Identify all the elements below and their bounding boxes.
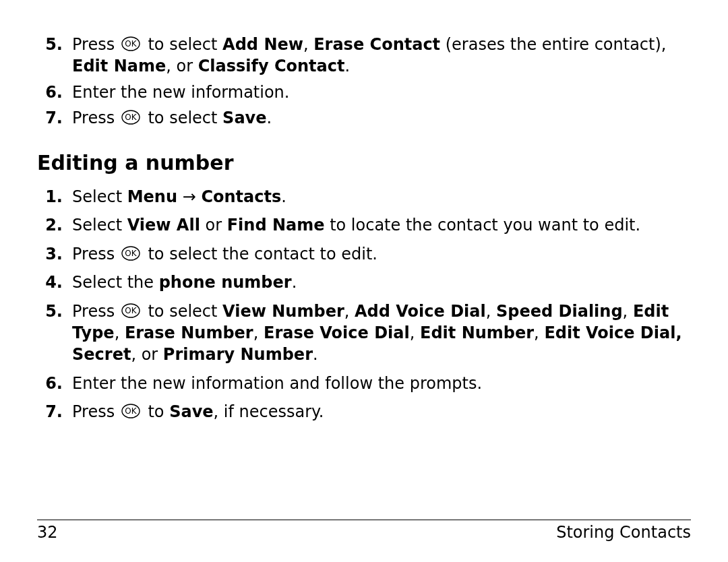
bold-text: Save: [169, 402, 213, 421]
ok-icon: OK: [121, 303, 140, 318]
step-text: Press OK to select View Number, Add Voic…: [72, 301, 691, 366]
step-item: 7.Press OK to select Save.: [37, 107, 691, 129]
step-item: 7.Press OK to Save, if necessary.: [37, 401, 691, 423]
bold-text: View Number: [222, 302, 344, 321]
bold-text: Erase Contact: [313, 35, 440, 54]
step-item: 6.Enter the new information and follow t…: [37, 373, 691, 394]
bold-text: Erase Voice Dial: [264, 323, 410, 342]
step-text: Select the phone number.: [72, 272, 691, 293]
svg-text:OK: OK: [125, 249, 137, 258]
ok-icon: OK: [121, 36, 140, 51]
step-number: 2.: [37, 214, 72, 236]
step-number: 1.: [37, 186, 72, 208]
page: 5.Press OK to select Add New, Erase Cont…: [0, 0, 728, 562]
step-text: Press OK to select the contact to edit.: [72, 243, 691, 265]
step-text: Press OK to select Add New, Erase Contac…: [72, 34, 691, 77]
step-text: Enter the new information and follow the…: [72, 373, 691, 394]
step-number: 5.: [37, 34, 72, 55]
svg-text:OK: OK: [125, 406, 137, 416]
step-item: 2.Select View All or Find Name to locate…: [37, 214, 691, 236]
svg-text:OK: OK: [125, 39, 137, 49]
bold-text: phone number: [159, 273, 292, 292]
bold-text: Find Name: [227, 216, 325, 235]
step-number: 7.: [37, 107, 72, 129]
step-item: 6.Enter the new information.: [37, 82, 691, 103]
bold-text: View All: [127, 216, 200, 235]
bold-text: Classify Contact: [198, 57, 345, 75]
bold-text: Menu: [127, 187, 177, 206]
section-heading: Editing a number: [37, 150, 691, 177]
bold-text: Speed Dialing: [496, 302, 623, 321]
bold-text: Contacts: [201, 187, 281, 206]
steps-continued: 5.Press OK to select Add New, Erase Cont…: [37, 34, 691, 129]
ok-icon: OK: [121, 110, 140, 125]
step-number: 6.: [37, 373, 72, 394]
svg-text:OK: OK: [125, 113, 137, 122]
ok-icon: OK: [121, 404, 140, 418]
ok-icon: OK: [121, 246, 140, 261]
step-item: 4.Select the phone number.: [37, 272, 691, 293]
step-text: Select View All or Find Name to locate t…: [72, 214, 691, 236]
bold-text: Erase Number: [125, 323, 253, 342]
bold-text: Edit Number: [420, 323, 534, 342]
bold-text: Edit Name: [72, 57, 166, 75]
step-text: Press OK to Save, if necessary.: [72, 401, 691, 423]
step-item: 5.Press OK to select Add New, Erase Cont…: [37, 34, 691, 77]
footer-section-title: Storing Contacts: [556, 523, 691, 542]
bold-text: Add Voice Dial: [355, 302, 486, 321]
step-number: 5.: [37, 301, 72, 322]
step-item: 5.Press OK to select View Number, Add Vo…: [37, 301, 691, 366]
bold-text: Save: [222, 108, 266, 127]
steps-editing-a-number: 1.Select Menu → Contacts.2.Select View A…: [37, 186, 691, 423]
step-text: Press OK to select Save.: [72, 107, 691, 129]
step-item: 1.Select Menu → Contacts.: [37, 186, 691, 208]
page-footer: 32 Storing Contacts: [37, 520, 691, 542]
step-number: 3.: [37, 243, 72, 265]
page-number: 32: [37, 523, 58, 542]
svg-text:OK: OK: [125, 306, 137, 315]
step-number: 4.: [37, 272, 72, 293]
bold-text: Primary Number: [163, 345, 313, 364]
step-text: Select Menu → Contacts.: [72, 186, 691, 208]
step-number: 6.: [37, 82, 72, 103]
step-number: 7.: [37, 401, 72, 423]
footer-rule: [37, 520, 691, 520]
step-item: 3.Press OK to select the contact to edit…: [37, 243, 691, 265]
content: 5.Press OK to select Add New, Erase Cont…: [37, 34, 691, 423]
step-text: Enter the new information.: [72, 82, 691, 103]
bold-text: Add New: [222, 35, 303, 54]
